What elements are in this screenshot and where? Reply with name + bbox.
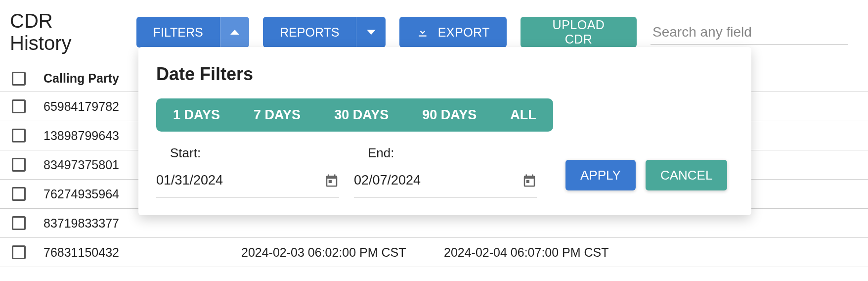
export-label: EXPORT	[438, 25, 490, 40]
date-filters-panel: Date Filters 1 DAYS 7 DAYS 30 DAYS 90 DA…	[138, 47, 751, 215]
end-date-label: End:	[354, 145, 537, 161]
reports-button[interactable]: REPORTS	[263, 17, 356, 47]
upload-cdr-button[interactable]: UPLOAD CDR	[521, 17, 637, 47]
select-all-checkbox[interactable]	[12, 72, 26, 86]
preset-90-days[interactable]: 90 DAYS	[405, 98, 493, 132]
reports-dropdown-toggle[interactable]	[356, 17, 385, 47]
row-checkbox[interactable]	[12, 216, 26, 230]
start-date-label: Start:	[156, 145, 339, 161]
filters-split-button[interactable]: FILTERS	[136, 17, 249, 47]
preset-1-days[interactable]: 1 DAYS	[156, 98, 237, 132]
calendar-icon[interactable]	[324, 173, 339, 188]
cancel-button[interactable]: CANCEL	[646, 160, 727, 190]
page-title: CDR History	[10, 10, 119, 54]
apply-button[interactable]: APPLY	[565, 160, 636, 190]
cell-calling-party: 83719833377	[34, 216, 231, 231]
caret-up-icon	[230, 30, 239, 35]
caret-down-icon	[367, 30, 376, 35]
date-filters-title: Date Filters	[156, 64, 734, 85]
cell-start-time: 2024-02-03 06:02:00 PM CST	[231, 245, 444, 260]
row-checkbox[interactable]	[12, 129, 26, 142]
row-checkbox[interactable]	[12, 158, 26, 172]
end-date-input[interactable]	[354, 173, 522, 188]
filters-dropdown-toggle[interactable]	[220, 17, 249, 47]
preset-7-days[interactable]: 7 DAYS	[237, 98, 317, 132]
cell-calling-party: 76831150432	[34, 245, 231, 260]
date-preset-group: 1 DAYS 7 DAYS 30 DAYS 90 DAYS ALL	[156, 98, 553, 132]
preset-all[interactable]: ALL	[493, 98, 553, 132]
start-date-input[interactable]	[156, 173, 324, 188]
row-checkbox[interactable]	[12, 99, 26, 113]
preset-30-days[interactable]: 30 DAYS	[317, 98, 405, 132]
row-checkbox[interactable]	[12, 245, 26, 259]
filters-button[interactable]: FILTERS	[136, 17, 220, 47]
table-row[interactable]: 768311504322024-02-03 06:02:00 PM CST202…	[0, 238, 868, 267]
download-icon	[416, 26, 429, 39]
cell-end-time: 2024-02-04 06:07:00 PM CST	[444, 245, 656, 260]
search-input[interactable]	[651, 20, 848, 45]
export-button[interactable]: EXPORT	[399, 17, 507, 47]
row-checkbox[interactable]	[12, 187, 26, 201]
reports-split-button[interactable]: REPORTS	[263, 17, 386, 47]
calendar-icon[interactable]	[522, 173, 537, 188]
